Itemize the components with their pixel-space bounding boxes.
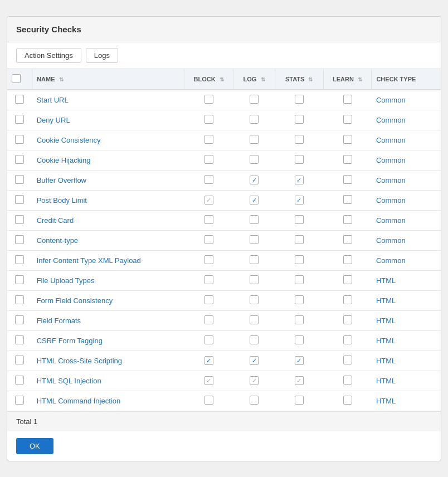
log-checkbox[interactable] [250,196,259,205]
row-select-checkbox[interactable] [15,356,24,364]
log-checkbox[interactable] [250,215,259,224]
learn-checkbox[interactable] [343,295,352,304]
learn-checkbox[interactable] [343,335,352,344]
block-checkbox[interactable] [204,275,213,284]
learn-checkbox[interactable] [343,356,352,364]
learn-checkbox[interactable] [343,255,352,264]
row-log[interactable] [233,90,275,110]
log-checkbox[interactable] [250,295,259,304]
learn-checkbox[interactable] [343,155,352,164]
block-checkbox[interactable] [204,235,213,244]
row-learn[interactable] [323,190,372,210]
learn-checkbox[interactable] [343,115,352,124]
block-checkbox[interactable] [204,315,213,324]
row-log[interactable] [233,371,275,391]
row-log[interactable] [233,250,275,270]
block-checkbox[interactable] [204,376,213,385]
row-learn[interactable] [323,310,372,330]
log-checkbox[interactable] [250,176,259,184]
row-block[interactable] [184,170,233,190]
row-name[interactable]: Post Body Limit [32,190,184,210]
row-stats[interactable] [275,110,323,130]
row-select-checkbox[interactable] [15,335,24,344]
row-learn[interactable] [323,371,372,391]
row-select-checkbox[interactable] [15,155,24,164]
row-name[interactable]: Infer Content Type XML Payload [32,250,184,270]
row-select-checkbox[interactable] [15,235,24,244]
row-select-checkbox[interactable] [15,195,24,204]
row-block[interactable] [184,90,233,110]
row-learn[interactable] [323,391,372,411]
log-checkbox[interactable] [250,315,259,324]
learn-checkbox[interactable] [343,175,352,184]
row-learn[interactable] [323,110,372,130]
row-log[interactable] [233,230,275,250]
row-learn[interactable] [323,170,372,190]
stats-checkbox[interactable] [295,275,304,284]
row-learn[interactable] [323,230,372,250]
row-block[interactable] [184,310,233,330]
row-learn[interactable] [323,270,372,290]
block-checkbox[interactable] [204,356,213,365]
row-name[interactable]: Start URL [32,90,184,110]
row-block[interactable] [184,130,233,150]
col-block-header[interactable]: BLOCK ⇅ [184,69,233,90]
stats-checkbox[interactable] [295,215,304,224]
row-select-checkbox[interactable] [15,315,24,324]
row-name[interactable]: CSRF Form Tagging [32,330,184,351]
row-select-checkbox[interactable] [15,376,24,384]
row-learn[interactable] [323,130,372,150]
row-log[interactable] [233,210,275,230]
block-checkbox[interactable] [204,196,213,205]
block-checkbox[interactable] [204,115,213,124]
stats-checkbox[interactable] [295,155,304,164]
learn-checkbox[interactable] [343,235,352,244]
row-name[interactable]: HTML Cross-Site Scripting [32,351,184,371]
row-select-checkbox[interactable] [15,215,24,224]
block-checkbox[interactable] [204,175,213,184]
row-log[interactable] [233,190,275,210]
row-log[interactable] [233,150,275,170]
row-learn[interactable] [323,210,372,230]
row-name[interactable]: Cookie Hijacking [32,150,184,170]
row-stats[interactable] [275,290,323,310]
row-name[interactable]: File Upload Types [32,270,184,290]
row-stats[interactable] [275,330,323,351]
row-learn[interactable] [323,90,372,110]
learn-checkbox[interactable] [343,275,352,284]
log-checkbox[interactable] [250,95,259,104]
stats-checkbox[interactable] [295,335,304,344]
block-checkbox[interactable] [204,155,213,164]
log-checkbox[interactable] [250,115,259,124]
stats-checkbox[interactable] [295,295,304,304]
block-checkbox[interactable] [204,255,213,264]
row-block[interactable] [184,110,233,130]
row-log[interactable] [233,310,275,330]
row-block[interactable] [184,250,233,270]
block-checkbox[interactable] [204,335,213,344]
stats-checkbox[interactable] [295,356,304,365]
row-name[interactable]: Field Formats [32,310,184,330]
col-name-header[interactable]: NAME ⇅ [32,69,184,90]
row-learn[interactable] [323,250,372,270]
row-stats[interactable] [275,150,323,170]
row-learn[interactable] [323,150,372,170]
row-stats[interactable] [275,170,323,190]
row-select-checkbox[interactable] [15,135,24,144]
row-block[interactable] [184,290,233,310]
col-learn-header[interactable]: LEARN ⇅ [323,69,372,90]
col-stats-header[interactable]: STATS ⇅ [275,69,323,90]
learn-checkbox[interactable] [343,135,352,144]
stats-checkbox[interactable] [295,376,304,385]
learn-checkbox[interactable] [343,376,352,384]
learn-checkbox[interactable] [343,195,352,204]
log-checkbox[interactable] [250,235,259,244]
row-block[interactable] [184,150,233,170]
row-name[interactable]: HTML Command Injection [32,391,184,411]
row-stats[interactable] [275,351,323,371]
row-block[interactable] [184,371,233,391]
row-stats[interactable] [275,190,323,210]
stats-checkbox[interactable] [295,135,304,144]
row-block[interactable] [184,351,233,371]
ok-button[interactable]: OK [16,438,53,454]
